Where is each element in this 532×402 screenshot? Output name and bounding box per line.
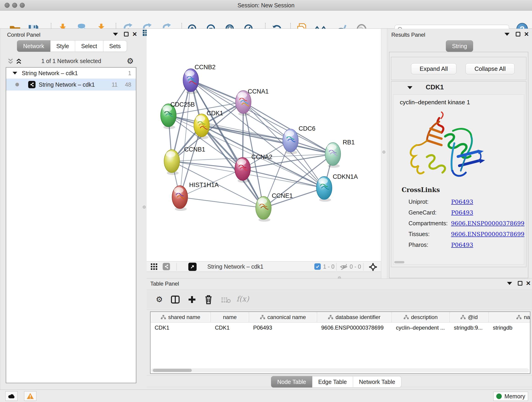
crosslink-value-link[interactable]: P06493 bbox=[451, 242, 473, 248]
crosslinks-heading: CrossLinks bbox=[402, 186, 440, 193]
tab-select[interactable]: Select bbox=[75, 40, 103, 52]
crosslinks-list: Uniprot:P06493GeneCard:P06493Compartment… bbox=[393, 196, 525, 250]
expand-all-button[interactable]: Expand All bbox=[411, 63, 456, 74]
results-panel-menu-icon[interactable] bbox=[505, 33, 510, 36]
table-cell[interactable]: stringdb bbox=[489, 323, 530, 333]
node-gloss bbox=[285, 131, 294, 137]
column-header-label: description bbox=[411, 314, 438, 320]
table-cell[interactable]: stringdb:9... bbox=[450, 323, 489, 333]
table-settings-gear-icon[interactable]: ⚙ bbox=[156, 295, 163, 303]
column-header-canonical-name[interactable]: canonical name bbox=[249, 312, 317, 322]
fit-content-crosshair-icon[interactable] bbox=[368, 262, 378, 272]
expand-all-chevrons-icon[interactable] bbox=[15, 58, 22, 65]
node-label-CCNA2: CCNA2 bbox=[251, 153, 272, 160]
control-panel-close-icon[interactable]: ✕ bbox=[132, 32, 137, 36]
right-splitter[interactable] bbox=[381, 29, 387, 279]
birdseye-grid-icon[interactable] bbox=[150, 263, 158, 270]
protein-section: CDK1 cyclin–dependent kinase 1 bbox=[391, 81, 526, 267]
add-column-icon[interactable] bbox=[187, 295, 196, 304]
network-view-toolbar: String Network – cdk1 1 - 0 0 - 0 bbox=[147, 261, 381, 272]
column-header-namespace[interactable]: namespace bbox=[489, 312, 530, 322]
right-splitter-handle[interactable] bbox=[382, 151, 385, 153]
network-collection-row[interactable]: String Network – cdk1 1 bbox=[6, 68, 136, 79]
collapse-all-button[interactable]: Collapse All bbox=[466, 63, 515, 74]
tab-network-table[interactable]: Network Table bbox=[353, 376, 401, 388]
node-label-RB1: RB1 bbox=[343, 139, 355, 146]
column-header-name[interactable]: name bbox=[211, 312, 249, 322]
table-cell[interactable]: P06493 bbox=[249, 323, 317, 333]
table-hscrollbar[interactable] bbox=[151, 368, 529, 372]
network-canvas[interactable]: CCNB2CCNA1CDC25BCDK1CDC6RB1CCNB1CCNA2CDK… bbox=[147, 29, 381, 261]
control-panel: Control Panel ✕ NetworkStyleSelectSets 1… bbox=[0, 29, 143, 390]
control-panel-float-icon[interactable] bbox=[124, 32, 128, 36]
left-splitter-handle[interactable] bbox=[143, 206, 146, 209]
tab-string[interactable]: String bbox=[446, 40, 473, 52]
crosslink-label: GeneCard: bbox=[409, 209, 451, 216]
table-hscrollbar-thumb[interactable] bbox=[153, 369, 192, 372]
table-row[interactable]: CDK1CDK1P064939606.ENSP00000378699cyclin… bbox=[151, 323, 530, 333]
control-panel-menu-icon[interactable] bbox=[113, 33, 118, 36]
string-results-box: Expand All Collapse All CDK1 cyclin–depe… bbox=[389, 52, 528, 278]
column-header-database-identifier[interactable]: database identifier bbox=[317, 312, 392, 322]
table-cell[interactable]: CDK1 bbox=[151, 323, 211, 333]
hidden-counts: 0 - 0 bbox=[350, 263, 361, 270]
collection-collapse-icon[interactable] bbox=[13, 72, 17, 75]
network-edge[interactable] bbox=[191, 80, 243, 102]
node-label-CDC25B: CDC25B bbox=[171, 101, 195, 108]
network-edge[interactable] bbox=[180, 197, 264, 208]
network-options-gear-icon[interactable]: ⚙ bbox=[127, 57, 133, 65]
tab-node-table[interactable]: Node Table bbox=[271, 376, 312, 388]
column-header-@id[interactable]: @id bbox=[450, 312, 489, 322]
selected-checkbox-icon[interactable] bbox=[314, 263, 321, 270]
collapse-all-chevrons-icon[interactable] bbox=[7, 58, 14, 65]
table-panel: Table Panel ✕ ⚙ f(x) shared namenamecano… bbox=[147, 279, 532, 390]
crosslink-value-link[interactable]: P06493 bbox=[451, 209, 473, 216]
results-scrollbar-thumb[interactable] bbox=[394, 261, 404, 263]
results-panel-close-icon[interactable]: ✕ bbox=[524, 32, 529, 36]
warning-status-button[interactable] bbox=[24, 391, 36, 401]
crosslink-value-link[interactable]: 9606.ENSP00000378699 bbox=[451, 231, 525, 237]
column-type-icon bbox=[404, 315, 409, 319]
crosslink-value-link[interactable]: P06493 bbox=[451, 198, 473, 205]
horizontal-splitter[interactable] bbox=[147, 272, 381, 279]
column-type-icon bbox=[260, 315, 265, 319]
columns-icon[interactable] bbox=[171, 295, 180, 304]
tab-edge-table[interactable]: Edge Table bbox=[312, 376, 353, 388]
network-status-dot bbox=[15, 83, 19, 86]
table-cell[interactable]: 9606.ENSP00000378699 bbox=[317, 323, 392, 333]
tab-style[interactable]: Style bbox=[51, 40, 75, 52]
network-edge[interactable] bbox=[202, 125, 291, 140]
protein-detail-card: cyclin–dependent kinase 1 bbox=[393, 95, 524, 264]
tab-sets[interactable]: Sets bbox=[103, 40, 127, 52]
crosslink-row: Uniprot:P06493 bbox=[393, 196, 525, 207]
crosslink-label: Tissues: bbox=[409, 231, 451, 237]
table-cell[interactable]: cyclin–dependent ... bbox=[392, 323, 450, 333]
table-panel-menu-icon[interactable] bbox=[507, 282, 512, 285]
open-in-window-icon[interactable] bbox=[188, 263, 196, 271]
protein-collapse-icon[interactable] bbox=[407, 86, 412, 89]
memory-label: Memory bbox=[505, 393, 525, 400]
results-panel-float-icon[interactable] bbox=[516, 32, 520, 36]
memory-button[interactable]: Memory bbox=[493, 392, 528, 401]
column-header-description[interactable]: description bbox=[392, 312, 450, 322]
window-title: Session: New Session bbox=[0, 2, 532, 9]
warning-icon bbox=[27, 393, 34, 400]
table-panel-float-icon[interactable] bbox=[518, 281, 522, 286]
column-header-shared-name[interactable]: shared name bbox=[151, 312, 211, 322]
titlebar: Session: New Session bbox=[0, 0, 532, 11]
crosslink-value-link[interactable]: 9606.ENSP00000378699 bbox=[451, 220, 525, 227]
protein-description: cyclin–dependent kinase 1 bbox=[400, 99, 470, 106]
expand-collapse-bar: Expand All Collapse All bbox=[391, 57, 526, 80]
node-gloss bbox=[237, 92, 247, 98]
cloud-status-button[interactable] bbox=[5, 391, 18, 401]
network-edge-count: 48 bbox=[125, 81, 131, 88]
network-row-selected[interactable]: String Network – cdk1 11 48 bbox=[6, 79, 136, 90]
results-panel-title: Results Panel bbox=[391, 32, 425, 38]
table-cell[interactable]: CDK1 bbox=[211, 323, 249, 333]
node-label-CCNB1: CCNB1 bbox=[184, 146, 205, 153]
table-panel-tabs: Node TableEdge TableNetwork Table bbox=[271, 376, 401, 388]
delete-column-icon[interactable] bbox=[204, 294, 213, 305]
table-panel-close-icon[interactable]: ✕ bbox=[526, 281, 531, 286]
column-header-label: @id bbox=[468, 314, 478, 320]
tab-network[interactable]: Network bbox=[17, 40, 51, 52]
